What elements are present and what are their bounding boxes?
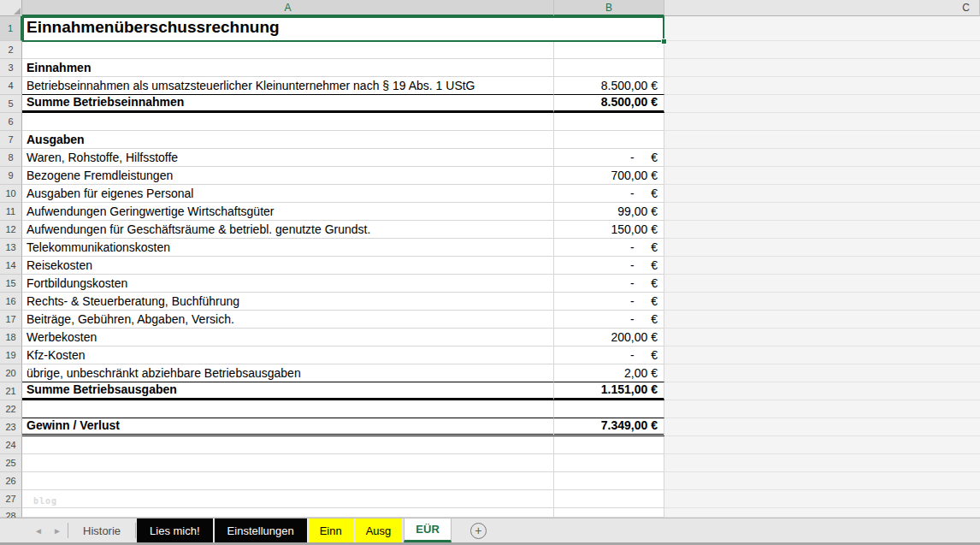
row-header-27[interactable]: 27 [0,490,22,508]
selection-a1-b1[interactable] [22,16,664,42]
cell-C28[interactable] [664,508,980,518]
cell-A15[interactable]: Fortbildungskosten [22,275,554,293]
cell-B3[interactable] [554,59,664,77]
cell-A12[interactable]: Aufwendungen für Geschäftsräume & betrie… [22,221,554,239]
cell-C3[interactable] [664,59,980,77]
fill-handle[interactable] [661,39,667,44]
sheet-tab-eür[interactable]: EÜR [404,518,451,542]
cell-B10[interactable]: - € [554,185,664,203]
sheet-tab-einstellungen[interactable]: Einstellungen [215,518,307,542]
add-sheet-button[interactable]: + [470,523,487,539]
cell-B27[interactable] [554,490,664,508]
cell-C5[interactable] [664,95,980,113]
row-header-17[interactable]: 17 [0,311,22,329]
cell-C24[interactable] [664,436,980,454]
row-header-13[interactable]: 13 [0,239,22,257]
row-header-23[interactable]: 23 [0,418,22,436]
row-header-10[interactable]: 10 [0,185,22,203]
cell-A2[interactable] [22,41,554,59]
row-header-4[interactable]: 4 [0,77,22,95]
row-header-7[interactable]: 7 [0,131,22,149]
cell-C15[interactable] [664,275,980,293]
row-header-21[interactable]: 21 [0,382,22,400]
cell-A26[interactable] [22,472,554,490]
cell-A19[interactable]: Kfz-Kosten [22,347,554,364]
row-header-24[interactable]: 24 [0,436,22,454]
row-header-9[interactable]: 9 [0,167,22,185]
cell-B18[interactable]: 200,00 € [554,329,664,347]
cell-C22[interactable] [664,400,980,418]
row-header-5[interactable]: 5 [0,95,22,113]
row-header-11[interactable]: 11 [0,203,22,221]
cell-C11[interactable] [664,203,980,221]
cell-A18[interactable]: Werbekosten [22,329,554,347]
tab-scroll-right-icon[interactable]: ► [48,526,67,536]
row-header-3[interactable]: 3 [0,59,22,77]
sheet-tab-lies-mich[interactable]: Lies mich! [137,518,213,542]
sheet-tab-ausg[interactable]: Ausg [355,518,403,542]
cell-A23[interactable]: Gewinn / Verlust [22,418,554,436]
cell-C2[interactable] [664,41,980,59]
row-header-20[interactable]: 20 [0,364,22,382]
cell-C27[interactable] [664,490,980,508]
cell-C1[interactable] [664,16,980,41]
cell-A8[interactable]: Waren, Rohstoffe, Hilfsstoffe [22,149,554,167]
row-header-14[interactable]: 14 [0,257,22,275]
cell-C16[interactable] [664,293,980,311]
row-header-18[interactable]: 18 [0,329,22,347]
cell-C26[interactable] [664,472,980,490]
cell-C17[interactable] [664,311,980,329]
row-header-26[interactable]: 26 [0,472,22,490]
row-header-1[interactable]: 1 [0,16,22,41]
cell-B6[interactable] [554,113,664,131]
cell-B23[interactable]: 7.349,00 € [554,418,664,436]
row-header-19[interactable]: 19 [0,347,22,364]
cell-B19[interactable]: - € [554,347,664,364]
cell-B17[interactable]: - € [554,311,664,329]
tab-scroll-left-icon[interactable]: ◄ [29,526,48,536]
cell-C7[interactable] [664,131,980,149]
cell-C20[interactable] [664,364,980,382]
cell-A9[interactable]: Bezogene Fremdleistungen [22,167,554,185]
column-header-a[interactable]: A [22,0,554,16]
cell-C19[interactable] [664,347,980,364]
row-header-16[interactable]: 16 [0,293,22,311]
cell-C13[interactable] [664,239,980,257]
cell-B20[interactable]: 2,00 € [554,364,664,382]
cell-C10[interactable] [664,185,980,203]
cell-A24[interactable] [22,436,554,454]
row-header-22[interactable]: 22 [0,400,22,418]
select-all-corner[interactable] [0,0,22,16]
cell-C25[interactable] [664,454,980,472]
sheet-tab-einn[interactable]: Einn [309,518,353,542]
cell-B28[interactable] [554,508,664,518]
cell-C9[interactable] [664,167,980,185]
cell-B5[interactable]: 8.500,00 € [554,95,664,113]
column-header-c[interactable]: C [664,0,980,16]
cell-A20[interactable]: übrige, unbeschränkt abziehbare Betriebs… [22,364,554,382]
cell-B13[interactable]: - € [554,239,664,257]
cell-A7[interactable]: Ausgaben [22,131,554,149]
cell-B12[interactable]: 150,00 € [554,221,664,239]
cell-A16[interactable]: Rechts- & Steuerberatung, Buchführung [22,293,554,311]
cell-A25[interactable] [22,454,554,472]
cell-A21[interactable]: Summe Betriebsausgaben [22,382,554,400]
cell-A10[interactable]: Ausgaben für eigenes Personal [22,185,554,203]
row-header-2[interactable]: 2 [0,41,22,59]
cell-A5[interactable]: Summe Betriebseinnahmen [22,95,554,113]
row-header-12[interactable]: 12 [0,221,22,239]
cell-A14[interactable]: Reisekosten [22,257,554,275]
row-header-25[interactable]: 25 [0,454,22,472]
row-header-28[interactable]: 28 [0,508,22,518]
cell-A22[interactable] [22,400,554,418]
cell-B24[interactable] [554,436,664,454]
cell-B26[interactable] [554,472,664,490]
cell-A11[interactable]: Aufwendungen Geringwertige Wirtschaftsgü… [22,203,554,221]
cell-B2[interactable] [554,41,664,59]
row-header-8[interactable]: 8 [0,149,22,167]
cell-C14[interactable] [664,257,980,275]
cell-C21[interactable] [664,382,980,400]
cell-B4[interactable]: 8.500,00 € [554,77,664,95]
cell-B25[interactable] [554,454,664,472]
cell-A27[interactable]: blog [22,490,554,508]
